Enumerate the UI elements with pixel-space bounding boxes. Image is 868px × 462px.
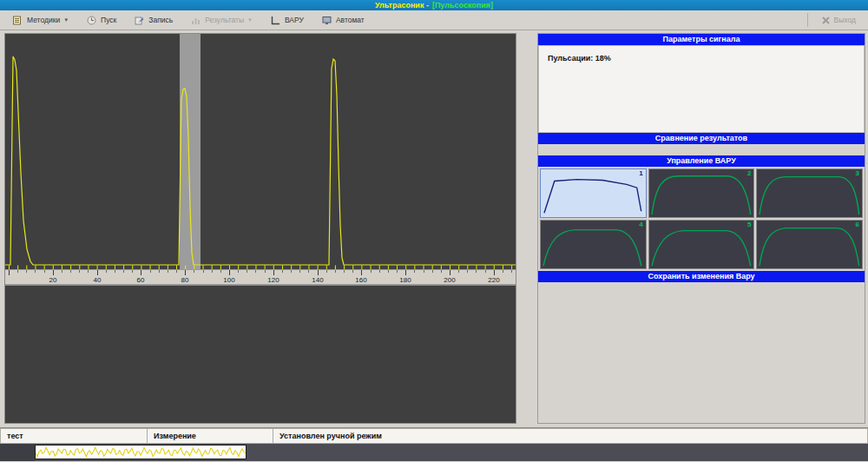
- strip-corner: [0, 444, 35, 461]
- varu-cell-4[interactable]: 4: [540, 220, 647, 269]
- varu-cell-number: 5: [747, 221, 751, 228]
- title-bar: Ультрасоник - [Пульсоскопия]: [0, 0, 868, 10]
- methods-icon: [12, 15, 23, 26]
- record-icon: [134, 15, 145, 26]
- panel-rest: [538, 282, 865, 423]
- varu-cell-6[interactable]: 6: [756, 220, 863, 269]
- varu-icon: [270, 15, 281, 26]
- varu-cell-3[interactable]: 3: [756, 168, 863, 218]
- ruler-tick-label: 120: [267, 276, 279, 284]
- ruler-tick-label: 220: [488, 276, 499, 284]
- ruler-tick-label: 180: [399, 276, 411, 284]
- varu-curve-4: [541, 221, 646, 268]
- document-title: [Пульсоскопия]: [432, 0, 493, 10]
- status-bar: тест Измерение Установлен ручной режим: [0, 427, 868, 444]
- start-button[interactable]: Пуск: [79, 12, 123, 29]
- lower-display[interactable]: [5, 285, 516, 423]
- varu-curve-6: [757, 221, 862, 268]
- auto-label: Автомат: [336, 16, 365, 24]
- pulsation-value: Пульсации: 18%: [548, 54, 611, 63]
- varu-cell-number: 2: [747, 169, 751, 177]
- scope-panel: 20 40 60 80 100 120 140 160 180 200 220: [4, 33, 516, 424]
- varu-curve-3: [757, 169, 862, 217]
- status-test: тест: [0, 428, 148, 444]
- toolbar: Методики ▼ Пуск Запись Результаты ▼: [0, 10, 868, 30]
- compare-results-header[interactable]: Сравнение результатов: [538, 133, 865, 144]
- ruler-tick-label: 80: [181, 276, 189, 284]
- results-label: Результаты: [205, 16, 244, 24]
- main-area: 20 40 60 80 100 120 140 160 180 200 220 …: [0, 30, 868, 427]
- varu-cell-number: 1: [639, 169, 642, 177]
- save-varu-button[interactable]: Сохранить изменения Вару: [538, 271, 865, 282]
- waveform-display[interactable]: [5, 34, 516, 269]
- exit-button[interactable]: Выход: [814, 12, 863, 29]
- varu-button[interactable]: ВАРУ: [263, 12, 311, 29]
- start-label: Пуск: [101, 16, 116, 24]
- results-button[interactable]: Результаты ▼: [183, 12, 260, 29]
- status-mode: Установлен ручной режим: [273, 428, 868, 444]
- varu-cell-number: 3: [856, 169, 859, 177]
- results-icon: [190, 15, 201, 26]
- control-panel: Параметры сигнала Пульсации: 18% Сравнен…: [537, 33, 865, 424]
- varu-grid: 1 2 3 4: [538, 167, 865, 271]
- status-measure: Измерение: [148, 428, 273, 444]
- varu-cell-5[interactable]: 5: [648, 220, 755, 269]
- ruler[interactable]: 20 40 60 80 100 120 140 160 180 200 220: [5, 269, 516, 285]
- exit-label: Выход: [834, 16, 856, 24]
- app-window: Ультрасоник - [Пульсоскопия] Методики ▼ …: [0, 0, 868, 461]
- start-icon: [86, 15, 97, 26]
- ruler-tick-label: 40: [94, 276, 102, 284]
- signal-waveform: [5, 34, 516, 269]
- toolbar-separator: [807, 13, 808, 27]
- ruler-tick-label: 140: [312, 276, 323, 284]
- record-label: Запись: [148, 16, 173, 24]
- methods-dropdown-arrow: ▼: [63, 17, 69, 23]
- varu-cell-2[interactable]: 2: [648, 168, 755, 218]
- varu-curve-2: [649, 169, 754, 217]
- ruler-tick-label: 100: [223, 276, 234, 284]
- auto-icon: [321, 15, 332, 26]
- ruler-tick-label: 160: [355, 276, 366, 284]
- signal-params-header[interactable]: Параметры сигнала: [538, 34, 865, 45]
- app-title: Ультрасоник -: [375, 0, 429, 10]
- panel-gap: [538, 144, 865, 155]
- signal-params-area: Пульсации: 18%: [538, 45, 865, 133]
- varu-cell-number: 4: [639, 221, 642, 228]
- ruler-tick-label: 200: [444, 276, 455, 284]
- varu-cell-number: 6: [856, 221, 859, 228]
- varu-cell-1[interactable]: 1: [540, 168, 647, 218]
- auto-button[interactable]: Автомат: [314, 12, 372, 29]
- varu-curve-1: [541, 169, 646, 217]
- ruler-tick-label: 20: [49, 276, 57, 284]
- exit-icon: [821, 16, 831, 25]
- record-button[interactable]: Запись: [127, 12, 180, 29]
- methods-button[interactable]: Методики ▼: [5, 12, 76, 29]
- methods-label: Методики: [27, 16, 60, 24]
- mini-waveform[interactable]: [35, 445, 247, 459]
- varu-label: ВАРУ: [285, 16, 304, 24]
- results-dropdown-arrow: ▼: [247, 17, 253, 23]
- overview-strip: [0, 444, 868, 461]
- ruler-tick-label: 60: [137, 276, 145, 284]
- varu-control-header[interactable]: Управление ВАРУ: [538, 155, 865, 167]
- mini-waveform-svg: [36, 446, 246, 459]
- varu-curve-5: [649, 221, 754, 268]
